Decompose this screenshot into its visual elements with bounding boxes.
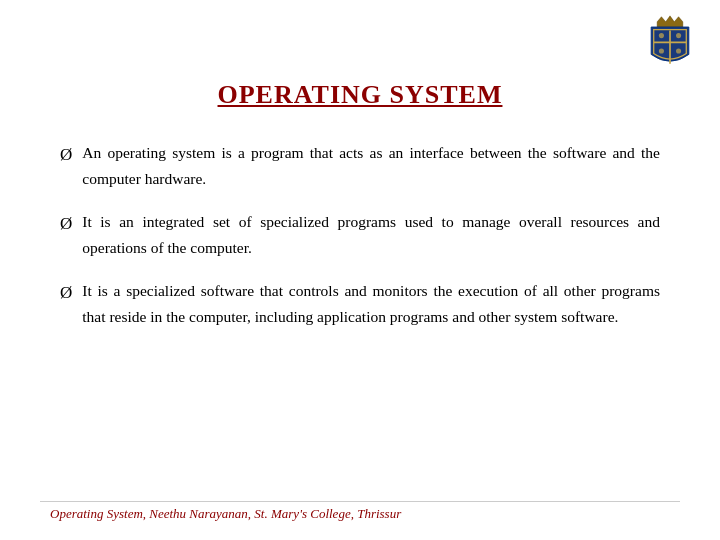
svg-point-4 (659, 48, 664, 53)
slide-container: OPERATING SYSTEM Ø An operating system i… (0, 0, 720, 540)
bullet-item-3: Ø It is a specialized software that cont… (60, 278, 660, 329)
bullet-text-1: An operating system is a program that ac… (82, 140, 660, 191)
logo (640, 15, 700, 75)
bullet-symbol-2: Ø (60, 210, 72, 238)
bullet-text-3: It is a specialized software that contro… (82, 278, 660, 329)
slide-title: OPERATING SYSTEM (50, 80, 670, 110)
slide-content: Ø An operating system is a program that … (50, 140, 670, 329)
divider-line (40, 501, 680, 502)
bullet-item-1: Ø An operating system is a program that … (60, 140, 660, 191)
bullet-text-2: It is an integrated set of specialized p… (82, 209, 660, 260)
bullet-item-2: Ø It is an integrated set of specialized… (60, 209, 660, 260)
bullet-symbol-1: Ø (60, 141, 72, 169)
svg-point-3 (676, 33, 681, 38)
svg-point-2 (659, 33, 664, 38)
svg-point-5 (676, 48, 681, 53)
bullet-symbol-3: Ø (60, 279, 72, 307)
footer-text: Operating System, Neethu Narayanan, St. … (50, 506, 401, 522)
